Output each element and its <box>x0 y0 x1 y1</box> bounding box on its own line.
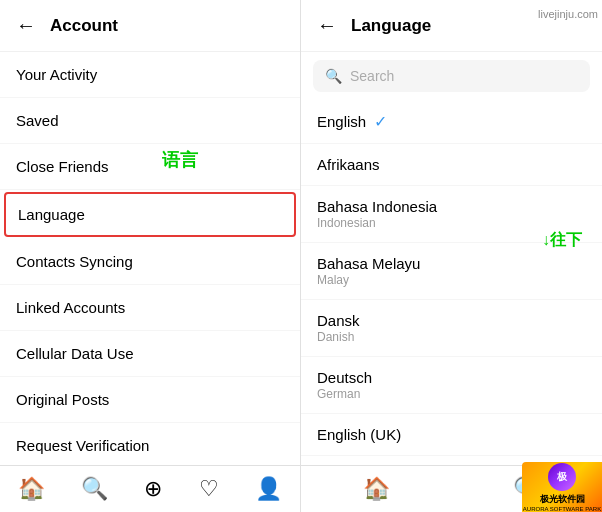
search-icon-left[interactable]: 🔍 <box>81 476 108 502</box>
menu-item-close-friends[interactable]: Close Friends <box>0 144 300 190</box>
add-icon-left[interactable]: ⊕ <box>144 476 162 502</box>
search-icon-right: 🔍 <box>325 68 342 84</box>
menu-item-linked-accounts[interactable]: Linked Accounts <box>0 285 300 331</box>
left-panel: ← Account Your ActivitySavedClose Friend… <box>0 0 301 512</box>
search-placeholder: Search <box>350 68 394 84</box>
left-panel-title: Account <box>50 16 118 36</box>
lang-item-2[interactable]: Bahasa IndonesiaIndonesian <box>301 186 602 243</box>
back-arrow-right[interactable]: ← <box>317 14 337 37</box>
lang-name-6: English (UK) <box>317 426 586 443</box>
check-mark-0: ✓ <box>374 112 387 131</box>
lang-item-6[interactable]: English (UK) <box>301 414 602 456</box>
lang-name-2: Bahasa Indonesia <box>317 198 586 215</box>
lang-sub-2: Indonesian <box>317 216 586 230</box>
lang-sub-3: Malay <box>317 273 586 287</box>
menu-item-request-verification[interactable]: Request Verification <box>0 423 300 465</box>
menu-item-your-activity[interactable]: Your Activity <box>0 52 300 98</box>
language-list: English✓AfrikaansBahasa IndonesiaIndones… <box>301 100 602 465</box>
menu-item-original-posts[interactable]: Original Posts <box>0 377 300 423</box>
right-panel-title: Language <box>351 16 431 36</box>
right-bottom-nav: 🏠 🔍 极 极光软件园 AURORA SOFTWARE PARK <box>301 465 602 512</box>
menu-item-saved[interactable]: Saved <box>0 98 300 144</box>
lang-item-5[interactable]: DeutschGerman <box>301 357 602 414</box>
left-bottom-nav: 🏠 🔍 ⊕ ♡ 👤 <box>0 465 300 512</box>
menu-item-language[interactable]: Language <box>4 192 296 237</box>
lang-name-3: Bahasa Melayu <box>317 255 586 272</box>
heart-icon-left[interactable]: ♡ <box>199 476 219 502</box>
menu-item-contacts-syncing[interactable]: Contacts Syncing <box>0 239 300 285</box>
lang-item-4[interactable]: DanskDanish <box>301 300 602 357</box>
lang-name-0: English✓ <box>317 112 586 131</box>
aurora-text-en: AURORA SOFTWARE PARK <box>523 506 601 512</box>
lang-item-0[interactable]: English✓ <box>301 100 602 144</box>
right-header: ← Language livejinju.com <box>301 0 602 52</box>
aurora-badge: 极 极光软件园 AURORA SOFTWARE PARK <box>522 462 602 512</box>
right-panel: ← Language livejinju.com 🔍 Search Englis… <box>301 0 602 512</box>
aurora-text-cn: 极光软件园 <box>540 493 585 506</box>
account-menu-list: Your ActivitySavedClose FriendsLanguageC… <box>0 52 300 465</box>
watermark: livejinju.com <box>538 8 598 20</box>
home-icon-right[interactable]: 🏠 <box>363 476 390 502</box>
menu-item-cellular-data-use[interactable]: Cellular Data Use <box>0 331 300 377</box>
lang-item-3[interactable]: Bahasa MelayuMalay <box>301 243 602 300</box>
aurora-icon: 极 <box>548 463 576 491</box>
left-header: ← Account <box>0 0 300 52</box>
search-bar[interactable]: 🔍 Search <box>313 60 590 92</box>
home-icon-left[interactable]: 🏠 <box>18 476 45 502</box>
profile-icon-left[interactable]: 👤 <box>255 476 282 502</box>
lang-name-1: Afrikaans <box>317 156 586 173</box>
lang-name-4: Dansk <box>317 312 586 329</box>
lang-name-5: Deutsch <box>317 369 586 386</box>
lang-sub-4: Danish <box>317 330 586 344</box>
lang-item-1[interactable]: Afrikaans <box>301 144 602 186</box>
back-arrow-left[interactable]: ← <box>16 14 36 37</box>
lang-sub-5: German <box>317 387 586 401</box>
